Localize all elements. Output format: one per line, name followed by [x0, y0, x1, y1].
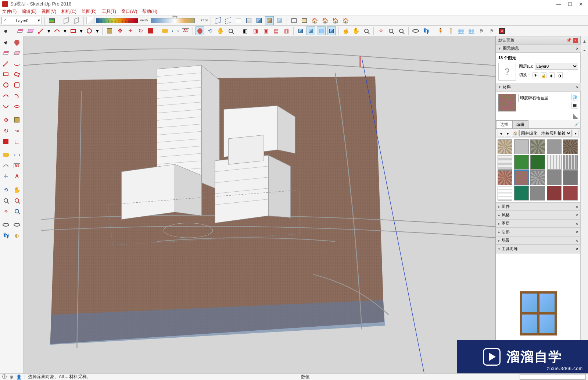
select-icon[interactable]	[1, 38, 11, 47]
view-xray-icon[interactable]	[275, 16, 284, 25]
layer-dropdown[interactable]: Layer0▾	[1, 17, 42, 24]
view-styled-icon[interactable]	[265, 16, 274, 25]
rotrect-icon[interactable]	[12, 70, 22, 79]
panel-guide[interactable]: 工具向导×	[496, 245, 581, 253]
extents-icon[interactable]: ✧	[376, 26, 385, 35]
style-btn-2[interactable]	[72, 16, 81, 25]
lasso-icon[interactable]	[12, 38, 22, 47]
arc3-icon[interactable]	[1, 102, 11, 111]
dim-icon[interactable]: ⟷	[12, 150, 22, 160]
section-tool-icon[interactable]: ◧	[241, 26, 250, 35]
pencil-dd-icon[interactable]: ▼	[47, 26, 51, 35]
section4-icon[interactable]: ▤	[272, 26, 280, 35]
circle-dd-icon[interactable]: ▼	[95, 26, 100, 35]
month-gradient[interactable]: 123456789101112	[96, 18, 138, 23]
pan-icon[interactable]: ✋	[12, 185, 22, 195]
mat-fwd-icon[interactable]: ▸	[505, 130, 512, 136]
swatch[interactable]	[547, 170, 562, 185]
tape-tool-icon[interactable]	[161, 26, 169, 35]
style-btn-1[interactable]	[62, 16, 71, 25]
followme-icon[interactable]: ↝	[12, 126, 22, 135]
walk-tool-icon[interactable]: ☝	[341, 26, 350, 35]
mat-menu-icon[interactable]: ▾	[573, 130, 579, 136]
view-mono-icon[interactable]	[255, 16, 263, 25]
orbit-tool-icon[interactable]: ⟲	[206, 26, 215, 35]
people2-icon[interactable]: 👥	[467, 26, 476, 35]
zoom-ext2-icon[interactable]	[12, 206, 22, 216]
select-tool-icon[interactable]	[1, 26, 10, 35]
arc-icon[interactable]	[1, 91, 11, 100]
swatch[interactable]	[563, 155, 578, 170]
pan-tool-icon[interactable]: ✋	[216, 26, 225, 35]
component2-icon[interactable]	[306, 26, 315, 35]
lock-toggle-icon[interactable]: 🔓	[541, 72, 546, 78]
arc-tool-icon[interactable]	[53, 26, 61, 35]
swatch[interactable]	[563, 139, 578, 154]
walk-icon[interactable]: 👣	[1, 231, 11, 240]
iso-view-icon[interactable]	[290, 16, 298, 25]
zoomwin-icon[interactable]	[12, 196, 22, 205]
material-name-input[interactable]: 印度碎石地被层	[518, 94, 569, 102]
menu-camera[interactable]: 相机(C)	[61, 8, 76, 15]
section2-icon[interactable]: ◨	[251, 26, 260, 35]
entity-info-header[interactable]: 图元信息×	[496, 45, 581, 53]
rect-icon[interactable]	[1, 70, 11, 79]
viewport[interactable]	[24, 36, 495, 373]
swatch-selected[interactable]	[514, 170, 529, 185]
panel-components[interactable]: 组件×	[496, 202, 581, 211]
flag2-icon[interactable]: ⚑	[487, 26, 496, 35]
menu-help[interactable]: 帮助(H)	[142, 8, 157, 15]
panel-layers[interactable]: 图层×	[496, 219, 581, 228]
close-button[interactable]: ✕	[579, 1, 583, 7]
eraser-alt-icon[interactable]	[12, 48, 22, 58]
minimize-button[interactable]: —	[556, 1, 561, 7]
pushpull-tool-icon[interactable]	[105, 26, 114, 35]
axes-icon[interactable]: ✛	[1, 171, 11, 181]
default-material-icon[interactable]: ▦	[571, 102, 578, 109]
help-icon[interactable]: ⓘ	[2, 374, 7, 380]
offset-icon[interactable]: ⬚	[12, 136, 22, 146]
view-hidden-icon[interactable]	[224, 16, 233, 25]
pie-icon[interactable]	[12, 102, 22, 111]
value-input[interactable]	[520, 374, 586, 380]
entity-close-icon[interactable]: ×	[576, 46, 578, 51]
swatch[interactable]	[547, 186, 562, 200]
swatch[interactable]	[498, 139, 512, 154]
front-view-icon[interactable]: 🏠	[310, 16, 319, 25]
look-around-icon[interactable]	[411, 26, 420, 35]
walk2-icon[interactable]: 👣	[422, 26, 430, 35]
rotate-tool-icon[interactable]: ↻	[136, 26, 145, 35]
side-up-arrow-icon[interactable]: ▲	[582, 39, 587, 43]
paint-tool-icon[interactable]	[196, 26, 204, 35]
line-icon[interactable]	[1, 59, 11, 68]
zoom-tool-icon[interactable]	[226, 26, 235, 35]
eraser2-icon[interactable]	[26, 26, 35, 35]
protractor-icon[interactable]	[1, 161, 11, 170]
position-icon[interactable]: ✧	[1, 206, 11, 216]
materials-close-icon[interactable]: ×	[576, 85, 578, 89]
swatch[interactable]	[498, 170, 512, 185]
zoom-icon[interactable]	[1, 196, 11, 205]
circle-tool-icon[interactable]	[85, 26, 94, 35]
panel-scenes[interactable]: 场景×	[496, 236, 581, 245]
view-shaded-icon[interactable]	[234, 16, 243, 25]
look-icon[interactable]	[1, 220, 11, 230]
person-icon[interactable]: 🧍	[436, 26, 445, 35]
scale-tool-icon[interactable]	[146, 26, 155, 35]
eraser-icon[interactable]	[1, 48, 11, 58]
swatch[interactable]	[514, 155, 529, 170]
dimension-tool-icon[interactable]: ⟷	[171, 26, 180, 35]
user-icon[interactable]: 👤	[16, 374, 22, 380]
swatch[interactable]	[547, 155, 562, 170]
entity-layer-select[interactable]: Layer0	[535, 63, 578, 70]
swatch[interactable]	[530, 139, 545, 154]
menu-file[interactable]: 文件(F)	[2, 8, 17, 15]
tape-icon[interactable]	[1, 150, 11, 160]
visible-toggle-icon[interactable]: 👁	[533, 72, 538, 78]
move-icon[interactable]: ✥	[1, 115, 11, 125]
section5-icon[interactable]: ▥	[282, 26, 291, 35]
text3d-icon[interactable]: A	[12, 171, 22, 181]
freehand-icon[interactable]	[12, 59, 22, 68]
tab-select[interactable]: 选择	[496, 120, 512, 128]
view-wireframe-icon[interactable]	[214, 16, 222, 25]
